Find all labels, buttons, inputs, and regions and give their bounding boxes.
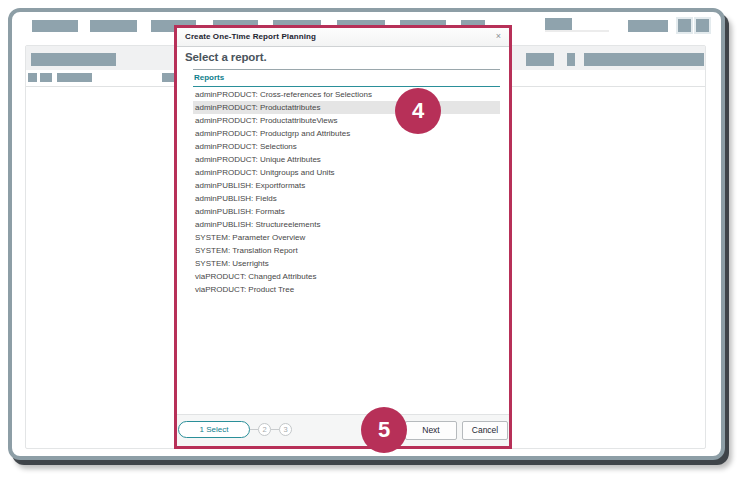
report-list-item[interactable]: adminPRODUCT: Cross-references for Selec… — [193, 88, 500, 101]
report-list-item[interactable]: SYSTEM: Userrights — [193, 257, 500, 270]
menu-underline-placeholder — [545, 30, 609, 32]
report-list-item[interactable]: adminPUBLISH: Fields — [193, 192, 500, 205]
annotation-step-5-badge: 5 — [361, 407, 407, 453]
next-button[interactable]: Next — [405, 421, 457, 440]
menu-placeholder — [628, 20, 668, 32]
dialog-heading: Select a report. — [185, 51, 267, 63]
toolbar-placeholder — [162, 73, 174, 82]
panel-header-placeholder — [567, 53, 575, 66]
report-list-item[interactable]: adminPRODUCT: ProductattributeViews — [193, 114, 500, 127]
wizard-step-3: 3 — [279, 423, 292, 436]
screenshot-stage: Create One-Time Report Planning × Select… — [0, 0, 741, 479]
report-list-item[interactable]: adminPRODUCT: Unitgroups and Units — [193, 166, 500, 179]
report-list-item[interactable]: viaPRODUCT: Changed Attributes — [193, 270, 500, 283]
dialog-titlebar[interactable]: Create One-Time Report Planning × — [177, 28, 509, 47]
panel-title-placeholder — [31, 53, 116, 66]
menu-placeholder — [545, 18, 572, 30]
create-report-dialog: Create One-Time Report Planning × Select… — [174, 25, 512, 449]
panel-header-placeholder — [526, 53, 554, 66]
toolbar-button-placeholder — [694, 17, 711, 34]
report-list-item[interactable]: adminPUBLISH: Structureelements — [193, 218, 500, 231]
dialog-title: Create One-Time Report Planning — [185, 28, 316, 46]
report-list-header: Reports — [193, 69, 500, 87]
panel-header-placeholder — [584, 53, 704, 66]
report-list-item[interactable]: SYSTEM: Translation Report — [193, 244, 500, 257]
wizard-connector — [250, 429, 258, 430]
toolbar-placeholder — [28, 73, 37, 82]
dialog-footer: 1 Select 2 3 Next Cancel — [177, 414, 509, 446]
annotation-step-4-badge: 4 — [395, 88, 441, 134]
report-list: adminPRODUCT: Cross-references for Selec… — [193, 88, 500, 296]
wizard-steps: 1 Select 2 3 — [178, 421, 292, 438]
report-list-item[interactable]: adminPRODUCT: Unique Attributes — [193, 153, 500, 166]
menu-placeholder — [90, 20, 137, 32]
toolbar-placeholder — [40, 73, 52, 82]
report-list-item[interactable]: viaPRODUCT: Product Tree — [193, 283, 500, 296]
report-list-item[interactable]: SYSTEM: Parameter Overview — [193, 231, 500, 244]
wizard-step-2: 2 — [258, 423, 271, 436]
menu-placeholder — [32, 20, 78, 32]
cancel-button[interactable]: Cancel — [462, 421, 508, 440]
toolbar-placeholder — [57, 73, 92, 82]
report-list-item[interactable]: adminPRODUCT: Selections — [193, 140, 500, 153]
report-list-item[interactable]: adminPUBLISH: Exportformats — [193, 179, 500, 192]
report-list-item[interactable]: adminPRODUCT: Productgrp and Attributes — [193, 127, 500, 140]
toolbar-button-placeholder — [676, 17, 693, 34]
report-list-item[interactable]: adminPUBLISH: Formats — [193, 205, 500, 218]
wizard-connector — [271, 429, 279, 430]
wizard-step-1-select[interactable]: 1 Select — [178, 421, 250, 438]
report-list-item[interactable]: adminPRODUCT: Productattributes — [193, 101, 500, 114]
close-icon[interactable]: × — [493, 31, 504, 42]
